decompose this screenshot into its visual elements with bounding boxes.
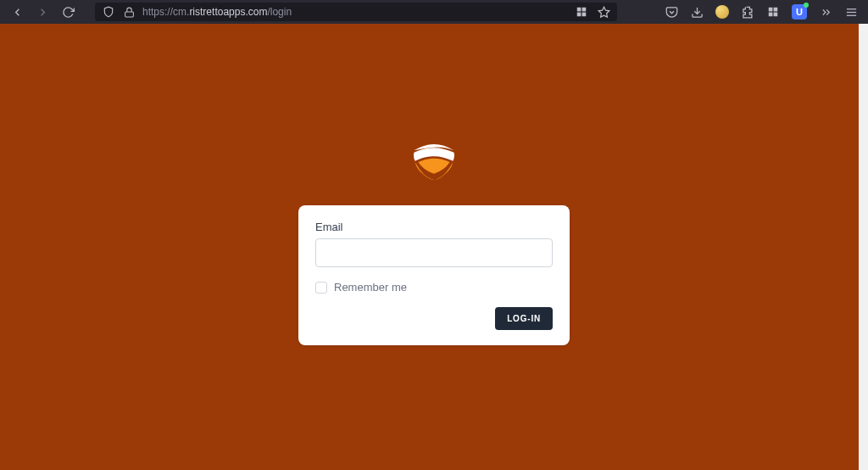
bookmark-star-icon[interactable] xyxy=(597,5,610,19)
scrollbar[interactable] xyxy=(859,24,868,470)
actions-row: LOG-IN xyxy=(315,307,553,330)
login-button[interactable]: LOG-IN xyxy=(495,307,553,330)
back-icon[interactable] xyxy=(10,5,24,19)
overflow-chevrons-icon[interactable] xyxy=(819,5,832,19)
shield-icon[interactable] xyxy=(102,5,115,19)
svg-rect-2 xyxy=(582,8,587,12)
remember-row: Remember me xyxy=(315,281,553,294)
svg-rect-1 xyxy=(577,8,581,12)
address-right-icons xyxy=(575,5,610,19)
hamburger-menu-icon[interactable] xyxy=(844,5,858,19)
brand-logo-icon xyxy=(408,141,460,183)
reload-icon[interactable] xyxy=(61,5,75,19)
url-text: https://cm.ristrettoapps.com/login xyxy=(142,6,292,18)
page-content: Email Remember me LOG-IN xyxy=(0,24,868,470)
svg-rect-9 xyxy=(769,13,773,17)
svg-rect-10 xyxy=(774,13,778,17)
downloads-icon[interactable] xyxy=(690,5,704,19)
svg-marker-5 xyxy=(598,7,609,17)
address-bar[interactable]: https://cm.ristrettoapps.com/login xyxy=(95,3,617,21)
right-toolbar: U xyxy=(665,4,861,20)
extension-badge-icon[interactable]: U xyxy=(792,4,807,20)
svg-rect-4 xyxy=(582,13,587,17)
pocket-icon[interactable] xyxy=(665,5,678,19)
email-label: Email xyxy=(315,221,553,233)
account-avatar-icon[interactable] xyxy=(715,5,729,19)
login-card: Email Remember me LOG-IN xyxy=(298,205,570,345)
svg-rect-8 xyxy=(774,8,778,12)
apps-grid-icon[interactable] xyxy=(766,5,780,19)
lock-icon[interactable] xyxy=(122,5,136,19)
remember-checkbox[interactable] xyxy=(315,282,327,294)
qr-icon[interactable] xyxy=(575,5,588,19)
browser-toolbar: https://cm.ristrettoapps.com/login U xyxy=(0,0,868,24)
svg-rect-3 xyxy=(577,13,581,17)
svg-rect-7 xyxy=(769,8,773,12)
forward-icon[interactable] xyxy=(36,5,49,19)
svg-rect-0 xyxy=(125,11,133,16)
email-field[interactable] xyxy=(315,238,553,267)
nav-arrow-group xyxy=(7,5,75,19)
remember-label: Remember me xyxy=(334,281,407,294)
extensions-icon[interactable] xyxy=(741,5,754,19)
